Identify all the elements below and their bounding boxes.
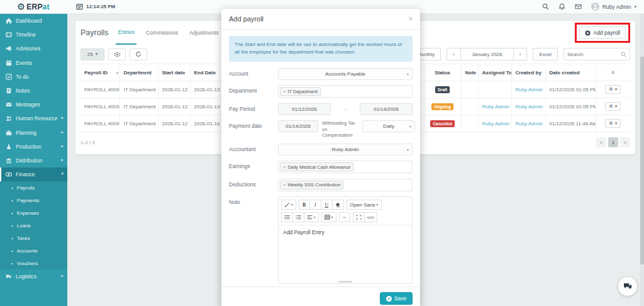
- row-actions-button[interactable]: ⚙▾: [605, 102, 621, 111]
- accountant-select[interactable]: Ruby Admin ▾: [278, 144, 413, 156]
- account-select[interactable]: Accounts Payable ▾: [278, 68, 413, 80]
- col-department[interactable]: Department: [119, 64, 158, 81]
- sidebar-item-todo[interactable]: To do: [0, 70, 67, 84]
- pagination-next-button[interactable]: »: [620, 137, 630, 147]
- unordered-list-button[interactable]: [281, 212, 293, 222]
- tab-adjustments[interactable]: Adjustments: [187, 21, 221, 45]
- remove-tag-icon[interactable]: ×: [283, 89, 286, 94]
- remove-tag-icon[interactable]: ×: [283, 164, 286, 170]
- created-by-link[interactable]: Ruby Admin: [516, 87, 543, 93]
- sidebar-subitem-vouchers[interactable]: •Vouchers: [0, 257, 67, 269]
- clear-format-button[interactable]: [333, 200, 344, 210]
- vertical-scrollbar[interactable]: [640, 14, 644, 306]
- magic-style-button[interactable]: ▾: [281, 200, 296, 210]
- note-editor-content[interactable]: Add Payroll Entry: [279, 225, 412, 280]
- pagination-prev-button[interactable]: «: [596, 137, 606, 147]
- sidebar-item-timeline[interactable]: Timeline: [0, 28, 67, 42]
- sidebar-item-notes[interactable]: Notes: [0, 84, 67, 98]
- results-summary: 1-3 / 3: [80, 140, 95, 145]
- assigned-to-link[interactable]: Ruby Admin: [482, 104, 509, 110]
- sidebar-item-distribution[interactable]: Distribution ▸: [0, 154, 67, 167]
- scrollbar-thumb[interactable]: [640, 57, 644, 264]
- chevron-down-icon: ▾: [407, 147, 409, 152]
- col-start-date[interactable]: Start date: [158, 64, 190, 81]
- excel-export-button[interactable]: Excel: [533, 48, 558, 60]
- sidebar-item-dashboard[interactable]: Dashboard: [0, 14, 67, 28]
- department-multiselect[interactable]: ×IT Department: [278, 85, 413, 98]
- save-button[interactable]: ✓ Save: [380, 292, 413, 305]
- info-alert: The Start and End date will be use to au…: [229, 36, 413, 62]
- user-menu[interactable]: Ruby Admin ▾: [591, 3, 636, 11]
- withholding-select[interactable]: Daily ▾: [362, 120, 415, 132]
- sidebar-item-human-resource[interactable]: Human Resource ▸: [0, 111, 67, 125]
- close-icon[interactable]: ×: [408, 15, 413, 23]
- col-created-by[interactable]: Created by: [511, 64, 545, 81]
- fullscreen-button[interactable]: [353, 212, 365, 222]
- notifications-bell-icon[interactable]: [558, 3, 565, 10]
- page-size-select[interactable]: 25 ▾: [80, 48, 104, 60]
- bold-button[interactable]: B: [299, 200, 310, 210]
- assigned-to-link[interactable]: Ruby Admin: [482, 121, 509, 127]
- created-by-link[interactable]: Ruby Admin: [516, 121, 543, 127]
- month-label[interactable]: January 2026: [461, 48, 514, 60]
- sidebar-subitem-accounts[interactable]: •Accounts: [0, 244, 67, 257]
- code-view-button[interactable]: </>: [365, 212, 378, 222]
- editor-resize-handle[interactable]: [279, 280, 412, 283]
- deductions-multiselect[interactable]: ×Weekly SSS Contribution: [278, 179, 413, 191]
- search-icon[interactable]: [542, 3, 549, 10]
- messages-envelope-icon[interactable]: [575, 3, 582, 10]
- next-month-button[interactable]: ›: [514, 48, 528, 60]
- col-date-created[interactable]: Date created: [545, 64, 596, 81]
- sidebar-item-planning[interactable]: Planning ▸: [0, 126, 67, 140]
- created-by-link[interactable]: Ruby Admin: [516, 104, 543, 110]
- italic-button[interactable]: I: [310, 200, 321, 210]
- search-input[interactable]: [567, 52, 621, 57]
- col-payroll-id[interactable]: Payroll ID▾: [80, 64, 119, 81]
- row-actions-button[interactable]: ⚙▾: [605, 119, 621, 128]
- payment-date-input[interactable]: [278, 120, 318, 132]
- col-assigned-to[interactable]: Assigned To: [478, 64, 511, 81]
- sidebar-item-logistics[interactable]: Logistics ▸: [0, 269, 67, 283]
- sidebar-item-events[interactable]: Events: [0, 56, 67, 70]
- pay-period-end-input[interactable]: [360, 103, 413, 115]
- column-visibility-button[interactable]: [108, 48, 126, 60]
- previous-month-button[interactable]: ‹: [447, 48, 461, 60]
- pay-period-start-input[interactable]: [278, 103, 331, 115]
- remove-tag-icon[interactable]: ×: [283, 182, 286, 188]
- chat-fab-button[interactable]: [618, 277, 637, 296]
- chat-bubbles-icon: [623, 283, 632, 290]
- underline-button[interactable]: U: [321, 200, 333, 210]
- paragraph-align-button[interactable]: ▾: [304, 212, 319, 222]
- horizontal-rule-button[interactable]: −: [339, 212, 350, 222]
- col-status[interactable]: Status: [424, 64, 461, 81]
- sidebar-item-advisories[interactable]: Advisories: [0, 42, 67, 55]
- chevron-down-icon: ▾: [96, 52, 98, 57]
- col-end-date[interactable]: End Date: [190, 64, 221, 81]
- row-actions-button[interactable]: ⚙▾: [605, 85, 621, 94]
- sidebar-item-messages[interactable]: Messages: [0, 98, 67, 111]
- sidebar-subitem-payments[interactable]: •Payments: [0, 194, 67, 207]
- sidebar-subitem-expenses[interactable]: •Expenses: [0, 207, 67, 219]
- sidebar-item-finance[interactable]: Finance ▾: [0, 167, 67, 181]
- app-logo[interactable]: ERPat: [0, 3, 67, 11]
- earnings-multiselect[interactable]: ×Daily Medical Cash Allowance: [278, 161, 413, 173]
- ordered-list-button[interactable]: [293, 212, 304, 222]
- sidebar-subitem-loans[interactable]: •Loans: [0, 219, 67, 232]
- refresh-button[interactable]: [130, 48, 147, 60]
- sidebar-subitem-payrolls[interactable]: •Payrolls: [0, 181, 67, 194]
- sidebar-item-production[interactable]: Production ▸: [0, 140, 67, 154]
- add-payroll-button[interactable]: Add payroll: [579, 26, 626, 39]
- col-actions: ≡: [596, 64, 630, 81]
- tab-entries[interactable]: Entries: [116, 21, 136, 45]
- person-icon: [591, 3, 599, 11]
- cell-payroll-id: PAYROLL #0099: [80, 81, 119, 98]
- col-note[interactable]: Note: [461, 64, 478, 81]
- insert-table-button[interactable]: ▾: [321, 212, 336, 222]
- cell-payroll-id: PAYROLL #0098: [80, 98, 119, 115]
- earnings-row: Earnings ×Daily Medical Cash Allowance: [229, 161, 413, 173]
- sidebar-subitem-taxes[interactable]: •Taxes: [0, 232, 67, 244]
- font-family-select[interactable]: Open Sans ▾: [347, 200, 382, 210]
- page-title: Payrolls: [80, 28, 108, 37]
- tab-commissions[interactable]: Commissions: [144, 21, 180, 45]
- pagination-page-1[interactable]: 1: [608, 137, 618, 147]
